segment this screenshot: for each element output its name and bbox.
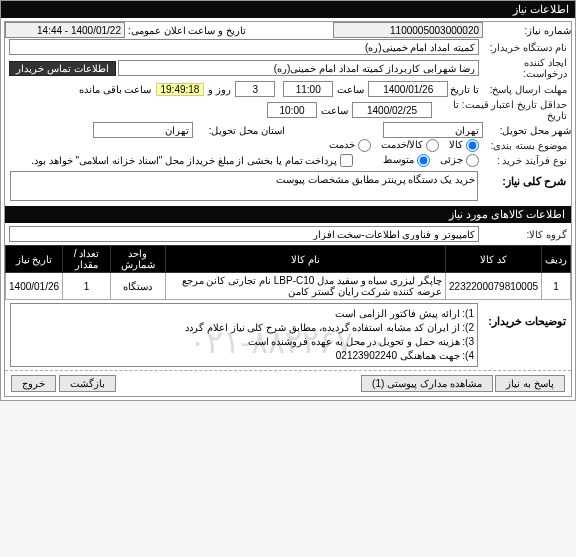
radio-goods[interactable]: کالا bbox=[449, 139, 479, 152]
radio-service[interactable]: خدمت bbox=[329, 139, 371, 152]
remain-label: ساعت باقی مانده bbox=[79, 84, 152, 95]
table-header: ردیف bbox=[542, 246, 571, 273]
buyer-field[interactable] bbox=[9, 39, 479, 55]
days-field bbox=[235, 81, 275, 97]
table-header: نام کالا bbox=[165, 246, 445, 273]
group-field[interactable] bbox=[9, 226, 479, 242]
table-header: تعداد / مقدار bbox=[63, 246, 111, 273]
group-label: گروه کالا: bbox=[479, 229, 567, 240]
min-valid-time-field[interactable] bbox=[267, 102, 317, 118]
deliver-city-field[interactable] bbox=[383, 122, 483, 138]
buyer-explain-label: توضیحات خریدار: bbox=[478, 303, 566, 367]
radio-small[interactable]: جزئی bbox=[440, 154, 479, 167]
day-and-label: روز و bbox=[208, 84, 231, 95]
window-title: اطلاعات نیاز bbox=[1, 1, 575, 18]
deliver-prov-label: استان محل تحویل: bbox=[193, 125, 288, 136]
general-desc-field[interactable] bbox=[10, 171, 478, 201]
contact-buyer-button[interactable]: اطلاعات تماس خریدار bbox=[9, 61, 116, 76]
min-valid-date-field[interactable] bbox=[352, 102, 432, 118]
time-label-1: ساعت bbox=[337, 84, 364, 95]
bundle-label: موضوع بسته بندی: bbox=[479, 140, 567, 151]
reply-button[interactable]: پاسخ به نیاز bbox=[495, 375, 565, 392]
general-desc-label: شرح کلی نیاز: bbox=[478, 171, 566, 188]
goods-table: ردیفکد کالانام کالاواحد شمارشتعداد / مقد… bbox=[5, 245, 571, 300]
need-no-label: شماره نیاز: bbox=[483, 25, 571, 36]
settlement-note: پرداخت تمام یا بخشی از مبلغ خریداز محل "… bbox=[31, 155, 337, 166]
creator-label: ایجاد کننده درخواست: bbox=[479, 57, 567, 79]
radio-goods-service[interactable]: کالا/خدمت bbox=[381, 139, 440, 152]
time-label-2: ساعت bbox=[321, 105, 348, 116]
radio-medium[interactable]: متوسط bbox=[383, 154, 430, 167]
deliver-prov-field[interactable] bbox=[93, 122, 193, 138]
countdown-timer: 19:49:18 bbox=[156, 83, 205, 96]
settlement-checkbox[interactable] bbox=[340, 154, 353, 167]
deadline-date-field[interactable] bbox=[368, 81, 448, 97]
buy-type-label: نوع فرآیند خرید : bbox=[479, 155, 567, 166]
buyer-explain-text: 1): ارائه پیش فاکتور الزامی است2): از ای… bbox=[10, 303, 478, 367]
min-valid-label: حداقل تاریخ اعتبار قیمت: تا تاریخ bbox=[432, 99, 567, 121]
deliver-city-label: شهر محل تحویل: bbox=[483, 125, 571, 136]
exit-button[interactable]: خروج bbox=[11, 375, 56, 392]
creator-field[interactable] bbox=[118, 60, 479, 76]
goods-info-title: اطلاعات کالاهای مورد نیاز bbox=[5, 206, 571, 223]
table-row[interactable]: 12232200079810005چاپگر لیزری سیاه و سفید… bbox=[6, 273, 571, 300]
buyer-label: نام دستگاه خریدار: bbox=[479, 42, 567, 53]
until-label: تا تاریخ bbox=[450, 84, 479, 95]
table-header: واحد شمارش bbox=[110, 246, 165, 273]
back-button[interactable]: بازگشت bbox=[59, 375, 116, 392]
deadline-time-field[interactable] bbox=[283, 81, 333, 97]
deadline-label: مهلت ارسال پاسخ: bbox=[479, 84, 567, 95]
public-date-field[interactable] bbox=[5, 22, 125, 38]
need-no-field[interactable] bbox=[333, 22, 483, 38]
public-date-label: تاریخ و ساعت اعلان عمومی: bbox=[125, 25, 249, 36]
attach-button[interactable]: مشاهده مدارک پیوستی (1) bbox=[361, 375, 493, 392]
table-header: تاریخ نیاز bbox=[6, 246, 63, 273]
table-header: کد کالا bbox=[446, 246, 542, 273]
